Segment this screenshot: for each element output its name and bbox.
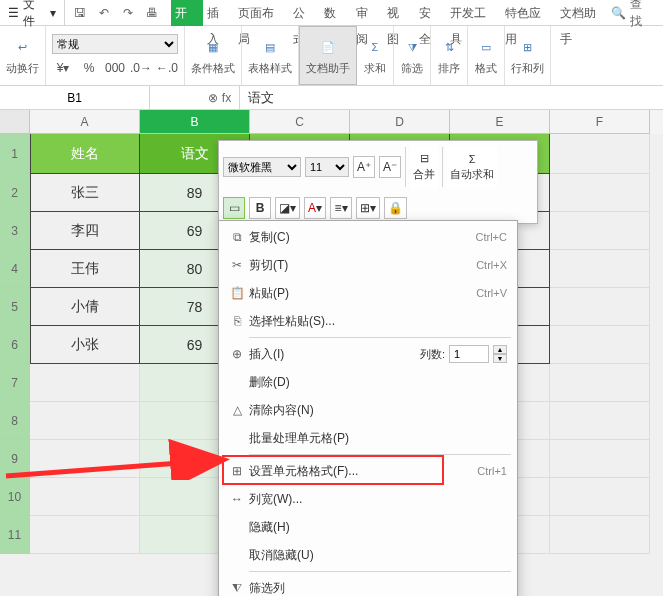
inc-decimal-icon[interactable]: .0→ bbox=[130, 58, 152, 78]
currency-icon[interactable]: ¥▾ bbox=[52, 58, 74, 78]
grow-font-button[interactable]: A⁺ bbox=[353, 156, 375, 178]
step-down[interactable]: ▼ bbox=[493, 354, 507, 363]
tab-security[interactable]: 安全 bbox=[415, 0, 446, 26]
align-button[interactable]: ≡▾ bbox=[330, 197, 352, 219]
save-icon[interactable]: 🖫 bbox=[69, 2, 91, 24]
cell-A9[interactable] bbox=[30, 440, 140, 478]
ctx-col-width[interactable]: ↔ 列宽(W)... bbox=[219, 485, 517, 513]
merge-button[interactable]: ⊟合并 bbox=[410, 145, 438, 189]
autosum-button[interactable]: Σ自动求和 bbox=[447, 145, 497, 189]
tab-start[interactable]: 开始 bbox=[171, 0, 202, 26]
row-header[interactable]: 2 bbox=[0, 174, 30, 212]
undo-icon[interactable]: ↶ bbox=[93, 2, 115, 24]
percent-icon[interactable]: % bbox=[78, 58, 100, 78]
number-format-select[interactable]: 常规 bbox=[52, 34, 178, 54]
col-header-B[interactable]: B bbox=[140, 110, 250, 134]
name-box-input[interactable] bbox=[5, 91, 145, 105]
search-button[interactable]: 🔍 查找 bbox=[611, 0, 659, 30]
ctx-format-cells[interactable]: ⊞ 设置单元格格式(F)... Ctrl+1 bbox=[219, 457, 517, 485]
cell[interactable] bbox=[550, 440, 650, 478]
tab-formula[interactable]: 公式 bbox=[289, 0, 320, 26]
ctx-paste-special[interactable]: ⎘ 选择性粘贴(S)... bbox=[219, 307, 517, 335]
cell-F7[interactable] bbox=[550, 364, 650, 402]
row-col-button[interactable]: ⊞ 行和列 bbox=[505, 26, 551, 85]
filter-button[interactable]: ⧩ 筛选 bbox=[394, 26, 431, 85]
row-header[interactable]: 9 bbox=[0, 440, 30, 478]
row-header[interactable]: 8 bbox=[0, 402, 30, 440]
tab-special[interactable]: 特色应用 bbox=[501, 0, 556, 26]
cell-A2[interactable]: 张三 bbox=[30, 174, 140, 212]
fill-color-button[interactable]: ◪▾ bbox=[275, 197, 300, 219]
cell-A3[interactable]: 李四 bbox=[30, 212, 140, 250]
border-button[interactable]: ⊞▾ bbox=[356, 197, 380, 219]
shrink-font-button[interactable]: A⁻ bbox=[379, 156, 401, 178]
ctx-copy[interactable]: ⧉ 复制(C) Ctrl+C bbox=[219, 223, 517, 251]
ctx-paste[interactable]: 📋 粘贴(P) Ctrl+V bbox=[219, 279, 517, 307]
ctx-hide[interactable]: 隐藏(H) bbox=[219, 513, 517, 541]
cell[interactable] bbox=[550, 516, 650, 554]
format-painter-button[interactable]: ▭ bbox=[223, 197, 245, 219]
row-header[interactable]: 5 bbox=[0, 288, 30, 326]
row-header[interactable]: 6 bbox=[0, 326, 30, 364]
ctx-clear[interactable]: △ 清除内容(N) bbox=[219, 396, 517, 424]
bold-button[interactable]: B bbox=[249, 197, 271, 219]
doc-helper-button[interactable]: 📄 文档助手 bbox=[299, 26, 357, 85]
font-select[interactable]: 微软雅黑 bbox=[223, 157, 301, 177]
cell-F4[interactable] bbox=[550, 250, 650, 288]
dec-decimal-icon[interactable]: ←.0 bbox=[156, 58, 178, 78]
row-header[interactable]: 11 bbox=[0, 516, 30, 554]
comma-icon[interactable]: 000 bbox=[104, 58, 126, 78]
cell[interactable] bbox=[550, 402, 650, 440]
cell-F5[interactable] bbox=[550, 288, 650, 326]
cell-A8[interactable] bbox=[30, 402, 140, 440]
cell-F1[interactable] bbox=[550, 134, 650, 174]
row-header[interactable]: 4 bbox=[0, 250, 30, 288]
name-box[interactable] bbox=[0, 86, 150, 110]
font-color-button[interactable]: A▾ bbox=[304, 197, 326, 219]
lock-button[interactable]: 🔒 bbox=[384, 197, 407, 219]
col-header-C[interactable]: C bbox=[250, 110, 350, 134]
ctx-unhide[interactable]: 取消隐藏(U) bbox=[219, 541, 517, 569]
row-header[interactable]: 1 bbox=[0, 134, 30, 174]
file-menu[interactable]: ☰ 文件 ▾ bbox=[4, 0, 65, 26]
cell-A11[interactable] bbox=[30, 516, 140, 554]
cols-stepper[interactable]: ▲▼ bbox=[493, 345, 507, 363]
col-header-F[interactable]: F bbox=[550, 110, 650, 134]
col-header-D[interactable]: D bbox=[350, 110, 450, 134]
wrap-text-button[interactable]: ↩ 动换行 bbox=[0, 26, 46, 85]
row-header[interactable]: 10 bbox=[0, 478, 30, 516]
step-up[interactable]: ▲ bbox=[493, 345, 507, 354]
cell-A4[interactable]: 王伟 bbox=[30, 250, 140, 288]
col-header-A[interactable]: A bbox=[30, 110, 140, 134]
col-header-E[interactable]: E bbox=[450, 110, 550, 134]
fx-button[interactable]: ⊗ fx bbox=[200, 86, 240, 110]
cell-A7[interactable] bbox=[30, 364, 140, 402]
ctx-filter-col[interactable]: ⧨ 筛选列 bbox=[219, 574, 517, 596]
sort-button[interactable]: ⇅ 排序 bbox=[431, 26, 468, 85]
formula-input[interactable]: 语文 bbox=[240, 89, 663, 107]
ctx-cut[interactable]: ✂ 剪切(T) Ctrl+X bbox=[219, 251, 517, 279]
cell[interactable] bbox=[550, 478, 650, 516]
row-header[interactable]: 7 bbox=[0, 364, 30, 402]
redo-icon[interactable]: ↷ bbox=[117, 2, 139, 24]
format-button[interactable]: ▭ 格式 bbox=[468, 26, 505, 85]
cols-input[interactable] bbox=[449, 345, 489, 363]
row-header[interactable]: 3 bbox=[0, 212, 30, 250]
cell-F6[interactable] bbox=[550, 326, 650, 364]
ctx-batch[interactable]: 批量处理单元格(P) bbox=[219, 424, 517, 452]
cell-A10[interactable] bbox=[30, 478, 140, 516]
ctx-insert[interactable]: ⊕ 插入(I) 列数: ▲▼ bbox=[219, 340, 517, 368]
tab-view[interactable]: 视图 bbox=[383, 0, 414, 26]
table-style-button[interactable]: ▤ 表格样式 bbox=[242, 26, 299, 85]
tab-data[interactable]: 数据 bbox=[320, 0, 351, 26]
cond-format-button[interactable]: ▦ 条件格式 bbox=[185, 26, 242, 85]
cell-A1[interactable]: 姓名 bbox=[30, 134, 140, 174]
cell-A5[interactable]: 小倩 bbox=[30, 288, 140, 326]
tab-insert[interactable]: 插入 bbox=[203, 0, 234, 26]
print-icon[interactable]: 🖶 bbox=[141, 2, 163, 24]
cell-F2[interactable] bbox=[550, 174, 650, 212]
font-size-select[interactable]: 11 bbox=[305, 157, 349, 177]
tab-devtools[interactable]: 开发工具 bbox=[446, 0, 501, 26]
cell-A6[interactable]: 小张 bbox=[30, 326, 140, 364]
cell-F3[interactable] bbox=[550, 212, 650, 250]
